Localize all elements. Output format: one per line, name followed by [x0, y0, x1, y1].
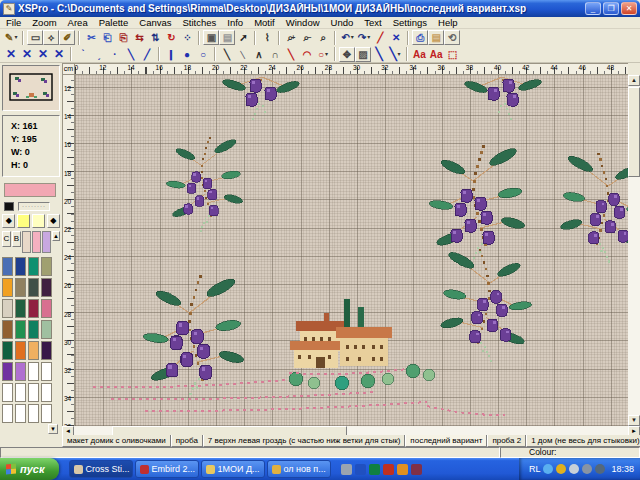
text-tool-small-button[interactable]: Aa: [428, 47, 445, 62]
language-indicator[interactable]: RL: [529, 464, 541, 474]
palette-swatch[interactable]: [28, 383, 39, 402]
menu-motif[interactable]: Motif: [254, 17, 275, 28]
update-icon[interactable]: [595, 464, 605, 474]
sheet-tab-6[interactable]: 1 дом (не весь для стыковки): [526, 435, 640, 447]
palette-swatch[interactable]: [28, 404, 39, 423]
palette-scroll-up[interactable]: ▲: [52, 231, 60, 241]
palette-swatch[interactable]: [28, 257, 39, 276]
scroll-up-button[interactable]: ▲: [628, 75, 640, 86]
color-mode-c-button[interactable]: C: [2, 231, 11, 247]
thick-backstitch-style-dropdown-icon[interactable]: ▾: [398, 48, 401, 61]
recent-color-3[interactable]: [42, 231, 51, 253]
undo-dropdown-icon[interactable]: ▾: [351, 31, 354, 44]
palette-swatch[interactable]: [2, 362, 13, 381]
three-quarter-stitch-button[interactable]: ✕: [51, 47, 67, 62]
palette-swatch[interactable]: [41, 320, 52, 339]
palette-swatch[interactable]: [41, 404, 52, 423]
selection-dashed-button[interactable]: ⬚: [445, 47, 461, 62]
rect-select-button[interactable]: ▭: [27, 30, 43, 45]
recent-color-1[interactable]: [22, 231, 31, 253]
menu-area[interactable]: Area: [68, 17, 88, 28]
palette-swatch[interactable]: [2, 278, 13, 297]
antivirus-icon[interactable]: [556, 464, 566, 474]
excel-icon[interactable]: [369, 464, 380, 475]
menu-help[interactable]: Help: [438, 17, 458, 28]
calculator-icon[interactable]: [341, 464, 352, 475]
messenger-icon[interactable]: [397, 464, 408, 475]
disk-icon[interactable]: [582, 464, 592, 474]
sheet-tab-2[interactable]: проба: [171, 435, 203, 447]
palette-swatch[interactable]: [2, 341, 13, 360]
volume-icon[interactable]: [543, 464, 553, 474]
quarter-stitch-tr-button[interactable]: ˏ: [91, 47, 107, 62]
backstitch-angle-button[interactable]: ∧: [251, 47, 267, 62]
task-button-4[interactable]: ол нов п...: [267, 460, 331, 478]
recent-color-2[interactable]: [32, 231, 41, 253]
half-stitch-forward-button[interactable]: ╱: [139, 47, 155, 62]
task-button-1[interactable]: Cross Sti...: [69, 460, 133, 478]
palette-swatch[interactable]: [28, 278, 39, 297]
paste-button[interactable]: ⎗: [99, 30, 115, 45]
stitch-canvas[interactable]: [75, 75, 628, 426]
zoom-reset-button[interactable]: ⌕: [315, 30, 331, 45]
line-tool-button[interactable]: ╱: [372, 30, 388, 45]
circle-tool-dropdown-icon[interactable]: ▾: [325, 48, 328, 61]
vertical-stitch-button[interactable]: ❙: [163, 47, 179, 62]
palette-swatch[interactable]: [15, 299, 26, 318]
palette-swatch[interactable]: [41, 341, 52, 360]
menu-palette[interactable]: Palette: [99, 17, 129, 28]
menu-window[interactable]: Window: [286, 17, 320, 28]
current-color-swatch[interactable]: [4, 183, 56, 197]
thick-backstitch-button[interactable]: ╲: [371, 47, 387, 62]
mirror-vertical-button[interactable]: ⇅: [147, 30, 163, 45]
palette-swatch[interactable]: [15, 278, 26, 297]
move-button[interactable]: ⁘: [179, 30, 195, 45]
sheet-tab-3[interactable]: 7 верхн левая гроздь (с частью ниж ветки…: [203, 435, 406, 447]
new-sheet-button[interactable]: ▤: [428, 30, 444, 45]
vscroll-thumb[interactable]: [628, 87, 640, 177]
menu-stitches[interactable]: Stitches: [182, 17, 216, 28]
black-color-chip[interactable]: [4, 202, 14, 211]
frame-view-button[interactable]: ▣: [203, 30, 219, 45]
half-stitch-back-button[interactable]: ╲: [123, 47, 139, 62]
media-icon[interactable]: [411, 464, 422, 475]
network-icon[interactable]: [569, 464, 579, 474]
lasso-select-button[interactable]: ⟡: [43, 30, 59, 45]
pencil-tool-dropdown-icon[interactable]: ▾: [14, 31, 17, 44]
zoom-out-button[interactable]: ⌕−: [299, 30, 315, 45]
color-mode-b-button[interactable]: B: [12, 231, 21, 247]
pencil-tool-button[interactable]: ✎▾: [3, 30, 19, 45]
backstitch-arc-button[interactable]: ∩: [267, 47, 283, 62]
palette-swatch[interactable]: [41, 299, 52, 318]
half-cross-back-button[interactable]: ✕: [19, 47, 35, 62]
word-icon[interactable]: [355, 464, 366, 475]
hatch-fill-button[interactable]: ▨: [355, 47, 371, 62]
symbol-next-button[interactable]: ◆: [47, 214, 60, 228]
close-button[interactable]: ✕: [621, 2, 637, 15]
full-cross-stitch-button[interactable]: ✕: [3, 47, 19, 62]
pattern-symbol-field[interactable]: ········: [18, 202, 50, 211]
menu-canvas[interactable]: Canvas: [139, 17, 171, 28]
print-sheet-button[interactable]: ▤: [219, 30, 235, 45]
start-button[interactable]: пуск: [0, 458, 59, 480]
palette-swatch[interactable]: [15, 257, 26, 276]
petite-stitch-button[interactable]: ·: [107, 47, 123, 62]
delete-stitch-button[interactable]: ✕: [388, 30, 404, 45]
palette-swatch[interactable]: [15, 362, 26, 381]
minimize-button[interactable]: _: [585, 2, 601, 15]
export-image-button[interactable]: ⎙: [412, 30, 428, 45]
picture-manager-icon[interactable]: [383, 464, 394, 475]
vertical-scrollbar[interactable]: ▲ ▼: [628, 75, 640, 426]
palette-swatch[interactable]: [41, 362, 52, 381]
cut-button[interactable]: ✂: [83, 30, 99, 45]
palette-swatch[interactable]: [28, 341, 39, 360]
bead-button[interactable]: ○: [195, 47, 211, 62]
highlight-color-selected[interactable]: [17, 214, 30, 228]
palette-swatch[interactable]: [15, 341, 26, 360]
pointer-arrow-button[interactable]: ➚: [235, 30, 251, 45]
menu-info[interactable]: Info: [227, 17, 243, 28]
scroll-down-button[interactable]: ▼: [628, 415, 640, 426]
menu-zoom[interactable]: Zoom: [32, 17, 56, 28]
palette-swatch[interactable]: [41, 278, 52, 297]
text-tool-button[interactable]: Aa: [411, 47, 428, 62]
